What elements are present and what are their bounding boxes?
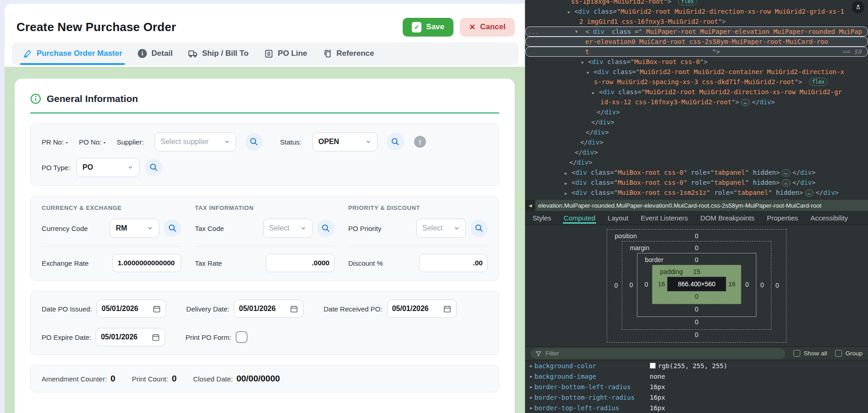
- cancel-x-icon: ✕: [469, 22, 475, 32]
- expand-arrow-closed-icon[interactable]: ▶: [528, 385, 534, 389]
- dom-tree-node-selected[interactable]: er-elevation0 MuiCard-root css-2s58ym-Mu…: [525, 37, 868, 47]
- computed-property-row[interactable]: ▶background-imagenone: [525, 371, 868, 381]
- tab-detail[interactable]: iDetail: [138, 42, 173, 65]
- devtools-elements-tree[interactable]: ss-1pi8xg4-MuiGrid2-root"> flex▼<div cla…: [525, 0, 868, 200]
- show-all-checkbox[interactable]: [793, 350, 800, 357]
- exchange-rate-input[interactable]: 1.0000000000000: [113, 254, 181, 272]
- expand-arrow-closed-icon[interactable]: ▶: [592, 88, 599, 98]
- supplier-select[interactable]: Select supplier: [155, 132, 236, 151]
- po-type-select[interactable]: PO: [76, 158, 140, 177]
- tab-reference[interactable]: Reference: [323, 42, 374, 65]
- devtools-tab-event-listeners[interactable]: Event Listeners: [641, 211, 688, 225]
- breadcrumb-back-button[interactable]: ◀: [525, 200, 535, 211]
- form-tabs-bar: Purchase Order MasteriDetailShip / Bill …: [12, 42, 518, 65]
- tab-po-line[interactable]: PO Line: [264, 42, 307, 65]
- cancel-button[interactable]: ✕ Cancel: [460, 18, 515, 37]
- print-po-form-checkbox[interactable]: [236, 331, 248, 343]
- devtools-tab-properties[interactable]: Properties: [767, 211, 798, 225]
- dom-tree-node[interactable]: ▶<div class="MuiBox-root css-1sm2s1z" ro…: [525, 188, 868, 198]
- box-model-border[interactable]: border0 0 padding15 16 866.400×560 16: [637, 253, 756, 317]
- status-select[interactable]: OPEN: [313, 132, 377, 151]
- header-buttons: ✓ Save ✕ Cancel: [403, 18, 515, 37]
- filter-input[interactable]: Filter: [531, 348, 785, 359]
- group-checkbox[interactable]: [835, 350, 842, 357]
- dom-tree-node[interactable]: id-xs-12 css-16fnxy3-MuiGrid2-root">…</d…: [525, 97, 868, 107]
- collapsed-content-icon[interactable]: …: [782, 169, 791, 177]
- po-expire-input[interactable]: 05/01/2026: [96, 328, 165, 346]
- tab-purchase-order-master[interactable]: Purchase Order Master: [23, 42, 122, 65]
- computed-properties-list[interactable]: ▶background-colorrgb(255, 255, 255)▶back…: [525, 360, 868, 413]
- expand-arrow-open-icon[interactable]: ▼: [581, 58, 588, 68]
- calendar-icon[interactable]: [290, 305, 298, 313]
- flex-badge[interactable]: flex: [678, 0, 697, 5]
- save-button[interactable]: ✓ Save: [403, 18, 453, 37]
- po-priority-select[interactable]: Select: [416, 219, 466, 238]
- expand-arrow-closed-icon[interactable]: ▶: [565, 178, 571, 188]
- devtools-tab-dom-breakpoints[interactable]: DOM Breakpoints: [701, 211, 755, 225]
- status-search-button[interactable]: [387, 133, 404, 150]
- computed-property-row[interactable]: ▶background-colorrgb(255, 255, 255): [525, 360, 868, 371]
- dom-tree-node[interactable]: </div>: [525, 147, 868, 157]
- devtools-tab-computed[interactable]: Computed: [564, 211, 595, 225]
- po-type-search-button[interactable]: [145, 159, 162, 176]
- breadcrumb[interactable]: elevation.MuiPaper-rounded.MuiPaper-elev…: [535, 202, 821, 209]
- dom-tree-node[interactable]: ▼<div class="MuiBox-root css-0">: [525, 57, 868, 67]
- calendar-icon[interactable]: [443, 305, 452, 313]
- dom-tree-node[interactable]: ▼<div class="MuiGrid2-root MuiGrid2-cont…: [525, 67, 868, 77]
- collapsed-content-icon[interactable]: …: [741, 99, 750, 106]
- collapsed-content-icon[interactable]: …: [805, 189, 814, 197]
- dom-tree-node[interactable]: ▼<div class="MuiGrid2-root MuiGrid2-dire…: [525, 6, 868, 16]
- tab-ship-bill-to[interactable]: Ship / Bill To: [188, 42, 248, 65]
- dom-tree-node-selected[interactable]: t"> == $0: [525, 47, 868, 57]
- currency-code-select[interactable]: RM: [110, 219, 159, 238]
- calendar-icon[interactable]: [152, 305, 161, 313]
- dom-tree-node[interactable]: ▶<div class="MuiBox-root css-0" role="ta…: [525, 167, 868, 177]
- discount-input[interactable]: .00: [419, 254, 488, 272]
- priority-search-button[interactable]: [470, 220, 488, 237]
- dom-tree-node[interactable]: ss-1pi8xg4-MuiGrid2-root"> flex: [525, 0, 868, 6]
- expand-arrow-closed-icon[interactable]: ▶: [528, 374, 534, 379]
- tax-rate-input[interactable]: .0000: [266, 254, 334, 272]
- expand-arrow-closed-icon[interactable]: ▶: [565, 188, 571, 198]
- expand-arrow-closed-icon[interactable]: ▶: [528, 364, 534, 368]
- box-model-padding[interactable]: padding15 16 866.400×560 16 0: [652, 265, 741, 304]
- expand-arrow-closed-icon[interactable]: ▶: [528, 395, 534, 400]
- calendar-icon[interactable]: [151, 333, 160, 342]
- box-model-position[interactable]: position0 0 margin0 0 border0 0 padding1…: [607, 229, 786, 343]
- date-po-issued-input[interactable]: 05/01/2026: [97, 300, 166, 318]
- expand-arrow-closed-icon[interactable]: ▶: [528, 406, 534, 410]
- dom-tree-node[interactable]: </div>: [525, 117, 868, 127]
- dom-tree-node[interactable]: s-row MuiGrid2-spacing-xs-3 css-dkd71f-M…: [525, 77, 868, 87]
- dom-tree-node[interactable]: </div>: [525, 157, 868, 167]
- scroll-indicator-button[interactable]: [852, 1, 864, 13]
- supplier-search-button[interactable]: [245, 133, 263, 150]
- box-model-content[interactable]: 866.400×560: [667, 277, 726, 291]
- dom-tree-node[interactable]: ▶<div class="MuiBox-root css-0" role="ta…: [525, 177, 868, 188]
- dom-tree-node[interactable]: </div>: [525, 107, 868, 117]
- delivery-date-input[interactable]: 05/01/2026: [234, 300, 303, 318]
- computed-property-row[interactable]: ▶border-top-left-radius16px: [525, 402, 868, 413]
- expand-arrow-closed-icon[interactable]: ▶: [565, 168, 571, 178]
- dom-tree-node[interactable]: ▶<div class="MuiGrid2-root MuiGrid2-dire…: [525, 87, 868, 97]
- dom-tree-node-selected[interactable]: ...▼<div class="MuiPaper-root MuiPaper-e…: [525, 27, 868, 37]
- tax-search-button[interactable]: [317, 220, 334, 237]
- devtools-tab-styles[interactable]: Styles: [533, 211, 551, 225]
- computed-property-row[interactable]: ▶border-bottom-left-radius16px: [525, 381, 868, 392]
- expand-arrow-open-icon[interactable]: ▼: [575, 27, 582, 37]
- collapsed-content-icon[interactable]: …: [782, 179, 791, 187]
- box-model-section: position0 0 margin0 0 border0 0 padding1…: [525, 225, 868, 346]
- expand-arrow-open-icon[interactable]: ▼: [587, 68, 593, 78]
- devtools-tab-accessibility[interactable]: Accessibility: [810, 211, 848, 225]
- computed-property-row[interactable]: ▶border-bottom-right-radius16px: [525, 392, 868, 402]
- delivery-date-label: Delivery Date:: [186, 305, 229, 313]
- dom-tree-node[interactable]: </div>: [525, 137, 868, 147]
- currency-search-button[interactable]: [164, 220, 181, 237]
- dom-tree-node[interactable]: 2 imgGird1 css-16fnxy3-MuiGrid2-root">: [525, 16, 868, 27]
- tax-code-select[interactable]: Select: [263, 219, 313, 238]
- box-model-margin[interactable]: margin0 0 border0 0 padding15 16: [622, 241, 771, 330]
- expand-arrow-open-icon[interactable]: ▼: [567, 7, 574, 17]
- devtools-tab-layout[interactable]: Layout: [608, 211, 628, 225]
- flex-badge[interactable]: flex: [809, 78, 828, 86]
- dom-tree-node[interactable]: </div>: [525, 127, 868, 137]
- date-received-input[interactable]: 05/01/2026: [387, 300, 457, 318]
